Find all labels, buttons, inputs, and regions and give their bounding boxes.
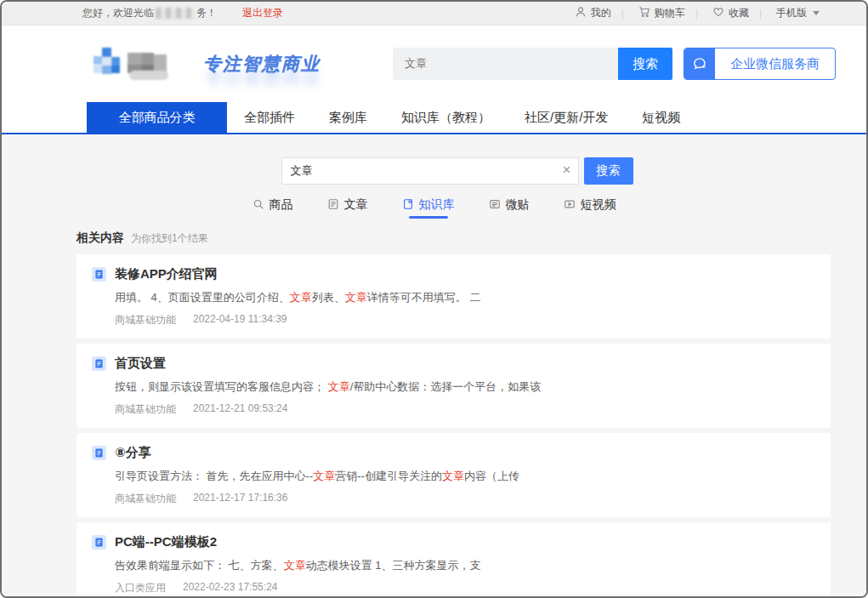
tab-5[interactable]: 短视频 xyxy=(564,197,616,219)
tab-4[interactable]: 微贴 xyxy=(489,197,530,219)
topbar-links: 我的购物车收藏手机版 xyxy=(575,6,820,20)
header-search-input[interactable] xyxy=(393,48,618,80)
nav-link-4[interactable]: 社区/更新/开发 xyxy=(525,110,608,126)
chevron-down-icon xyxy=(813,11,820,15)
search-icon xyxy=(252,198,264,213)
welcome-text-suffix: 务！ xyxy=(196,6,217,20)
result-timestamp: 2022-04-19 11:34:39 xyxy=(193,313,287,327)
result-snippet: 引导页设置方法： 首先，先在应用中心--文章营销--创建引导关注的文章内容（上传 xyxy=(115,469,815,484)
welcome-area: 您好，欢迎光临 务！ 退出登录 xyxy=(82,6,283,20)
highlighted-keyword: 文章 xyxy=(284,559,306,572)
result-category: 商城基础功能 xyxy=(115,313,176,327)
document-icon xyxy=(92,267,106,282)
result-snippet: 用填。 4、页面设置里的公司介绍、文章列表、文章详情等可不用填写。 二 xyxy=(115,290,815,305)
highlighted-keyword: 文章 xyxy=(313,470,335,482)
header-search: 搜索 xyxy=(393,48,672,80)
result-title[interactable]: PC端--PC端模板2 xyxy=(115,534,217,550)
brand-tagline: 专注智慧商业 xyxy=(203,52,321,76)
content-area: × 搜索 商品文章知识库微贴短视频 相关内容 为你找到1个结果 装修APP介绍官… xyxy=(2,134,866,598)
logo-image[interactable] xyxy=(87,44,184,83)
nav-link-2[interactable]: 案例库 xyxy=(329,110,367,126)
post-icon xyxy=(489,198,501,213)
result-title[interactable]: ⑧分享 xyxy=(115,445,151,461)
all-categories-button[interactable]: 全部商品分类 xyxy=(87,102,227,133)
topbar-link-label: 我的 xyxy=(591,6,611,20)
tab-label: 商品 xyxy=(269,197,293,213)
result-card-4[interactable]: PC端--PC端模板2告效果前端显示如下： 七、方案、文章动态模块设置 1、三种… xyxy=(77,522,831,598)
result-title[interactable]: 装修APP介绍官网 xyxy=(115,266,218,282)
wecom-service-button[interactable]: 企业微信服务商 xyxy=(684,48,836,80)
result-card-2[interactable]: 首页设置按钮，则显示该设置填写的客服信息内容； 文章/帮助中心数据：选择一个平台… xyxy=(77,344,831,428)
tab-label: 知识库 xyxy=(419,197,455,213)
tab-2[interactable]: 文章 xyxy=(327,197,368,219)
topbar-link-label: 购物车 xyxy=(655,6,685,20)
article-icon xyxy=(327,198,339,213)
result-category: 商城基础功能 xyxy=(115,492,176,506)
nav-link-1[interactable]: 全部插件 xyxy=(244,110,295,126)
highlighted-keyword: 文章 xyxy=(442,470,464,482)
search-button[interactable]: 搜索 xyxy=(584,157,633,185)
topbar-link-2[interactable]: 购物车 xyxy=(611,6,685,20)
result-category: 商城基础功能 xyxy=(115,402,176,417)
knowledge-icon xyxy=(402,198,414,213)
logout-link[interactable]: 退出登录 xyxy=(242,6,283,20)
censored-username xyxy=(156,8,195,19)
tab-3[interactable]: 知识库 xyxy=(402,197,455,219)
highlighted-keyword: 文章 xyxy=(290,291,312,304)
result-meta: 入口类应用2022-02-23 17:55:24 xyxy=(115,581,815,595)
result-category: 入口类应用 xyxy=(115,581,166,595)
results-list: 装修APP介绍官网用填。 4、页面设置里的公司介绍、文章列表、文章详情等可不用填… xyxy=(77,254,831,598)
highlighted-keyword: 文章 xyxy=(345,291,367,304)
wecom-chat-icon xyxy=(684,48,715,80)
cart-icon xyxy=(638,6,650,20)
nav-link-5[interactable]: 短视频 xyxy=(642,110,680,126)
results-count: 为你找到1个结果 xyxy=(131,231,208,246)
browser-window: 您好，欢迎光临 务！ 退出登录 我的购物车收藏手机版 xyxy=(0,0,868,598)
nav-links: 全部插件案例库知识库（教程）社区/更新/开发短视频 xyxy=(244,102,680,133)
clear-search-icon[interactable]: × xyxy=(563,162,571,179)
document-icon xyxy=(92,356,106,371)
topbar-link-3[interactable]: 收藏 xyxy=(685,6,749,20)
document-icon xyxy=(92,446,106,460)
site-header: 专注智慧商业 搜索 企业微信服务商 xyxy=(2,26,866,102)
heart-icon xyxy=(712,6,724,20)
result-meta: 商城基础功能2022-04-19 11:34:39 xyxy=(115,313,815,327)
document-icon xyxy=(92,535,106,550)
main-nav: 全部商品分类 全部插件案例库知识库（教程）社区/更新/开发短视频 xyxy=(2,102,866,134)
result-meta: 商城基础功能2021-12-21 09:53:24 xyxy=(115,402,815,417)
result-title[interactable]: 首页设置 xyxy=(115,356,166,372)
result-timestamp: 2021-12-17 17:16:36 xyxy=(193,492,287,506)
tab-label: 短视频 xyxy=(581,197,616,213)
topbar: 您好，欢迎光临 务！ 退出登录 我的购物车收藏手机版 xyxy=(2,2,866,26)
topbar-link-1[interactable]: 我的 xyxy=(575,6,611,20)
header-search-button[interactable]: 搜索 xyxy=(618,48,672,80)
video-icon xyxy=(564,198,576,213)
tab-label: 文章 xyxy=(344,197,368,213)
tab-label: 微贴 xyxy=(506,197,530,213)
result-card-1[interactable]: 装修APP介绍官网用填。 4、页面设置里的公司介绍、文章列表、文章详情等可不用填… xyxy=(77,254,831,339)
welcome-text-prefix: 您好，欢迎光临 xyxy=(82,6,154,20)
section-title: 相关内容 xyxy=(77,231,124,246)
wecom-button-label: 企业微信服务商 xyxy=(715,56,835,72)
tab-1[interactable]: 商品 xyxy=(252,197,293,219)
search-panel: × 搜索 xyxy=(25,134,866,185)
result-snippet: 告效果前端显示如下： 七、方案、文章动态模块设置 1、三种方案显示，支 xyxy=(115,558,815,573)
topbar-link-4[interactable]: 手机版 xyxy=(749,6,820,20)
user-icon xyxy=(575,6,587,20)
result-card-3[interactable]: ⑧分享引导页设置方法： 首先，先在应用中心--文章营销--创建引导关注的文章内容… xyxy=(77,433,831,517)
search-result-tabs: 商品文章知识库微贴短视频 xyxy=(2,197,866,219)
topbar-link-label: 手机版 xyxy=(776,6,807,20)
results-section-head: 相关内容 为你找到1个结果 xyxy=(77,231,866,246)
highlighted-keyword: 文章 xyxy=(328,380,350,393)
result-timestamp: 2022-02-23 17:55:24 xyxy=(183,581,277,595)
result-meta: 商城基础功能2021-12-17 17:16:36 xyxy=(115,492,815,506)
nav-link-3[interactable]: 知识库（教程） xyxy=(401,110,491,126)
result-snippet: 按钮，则显示该设置填写的客服信息内容； 文章/帮助中心数据：选择一个平台，如果该 xyxy=(115,379,815,395)
topbar-link-label: 收藏 xyxy=(729,6,749,20)
result-timestamp: 2021-12-21 09:53:24 xyxy=(193,402,287,417)
logo-group[interactable]: 专注智慧商业 xyxy=(87,44,321,83)
search-input[interactable] xyxy=(281,157,579,185)
